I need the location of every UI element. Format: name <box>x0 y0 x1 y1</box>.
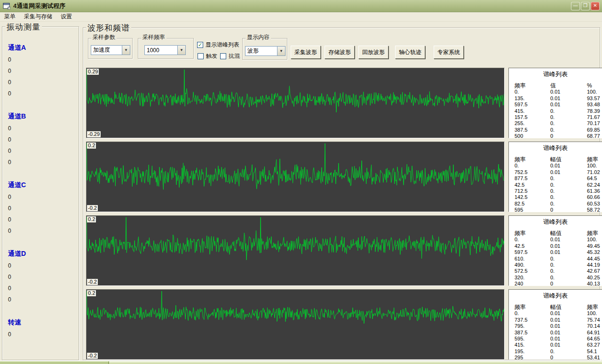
peak-cell: 595. <box>515 336 550 342</box>
peak-cell: 60.53 <box>587 201 602 207</box>
peak-cell: 0. <box>515 163 550 169</box>
close-button[interactable]: ✕ <box>591 2 600 10</box>
peak-row: 82.50.60.53 <box>509 201 602 207</box>
peak-row: 240040.13 <box>509 281 602 286</box>
antialias-checkbox[interactable]: 抗混 <box>220 52 240 60</box>
peak-row: 572.50.42.67 <box>509 268 602 274</box>
peak-row: 737.50.0175.74 <box>509 317 602 323</box>
taskbar-start-segment[interactable] <box>0 361 109 364</box>
y-min-label: -0.2 <box>87 353 98 359</box>
sample-param-select[interactable]: 加速度 ▼ <box>91 45 130 55</box>
peak-cell: 0. <box>550 194 587 200</box>
peak-cell: 0. <box>550 175 587 182</box>
peak-cell: 54.1 <box>587 348 602 355</box>
tool-button-5[interactable]: 专家系统 <box>434 46 464 59</box>
vibration-measure-group: 振动测量 通道A 0000 通道B 0000 通道C 0000 通道D 0000… <box>2 26 79 360</box>
channel-block: 通道B 0000 <box>8 112 79 168</box>
trigger-checkbox[interactable]: 触发 <box>198 52 217 60</box>
channel-label: 通道A <box>8 44 79 52</box>
tool-button-3[interactable]: 回放波形 <box>358 46 388 59</box>
peak-row: 157.50.71.67 <box>509 114 602 120</box>
checkbox-check-icon[interactable]: ✓ <box>197 42 203 48</box>
peak-col-header: 频率 <box>515 304 550 310</box>
peak-list-rows: 0.0.01100.135.0.0193.57597.50.0193.48415… <box>509 89 602 138</box>
peak-cell: 415. <box>515 342 550 348</box>
peak-cell: 0. <box>550 114 587 120</box>
chevron-down-icon[interactable]: ▼ <box>277 47 285 55</box>
trigger-label: 触发 <box>206 52 217 60</box>
peak-cell: 0.01 <box>550 89 587 95</box>
peak-cell: 572.5 <box>515 268 550 274</box>
peak-cell: 42.5 <box>515 182 550 188</box>
peak-row: 42.50.62.24 <box>509 182 602 188</box>
peak-row: 387.50.69.85 <box>509 127 602 133</box>
minimize-button[interactable]: — <box>571 2 580 10</box>
menu-item[interactable]: 菜单 <box>0 12 20 22</box>
peak-cell: 712.5 <box>515 188 550 194</box>
peak-cell: 0.01 <box>550 336 587 342</box>
peak-cell: 490. <box>515 262 550 268</box>
peak-cell: 500 <box>515 133 550 138</box>
channel-value: 0 <box>8 271 79 283</box>
checkbox-empty-icon[interactable] <box>198 53 204 59</box>
channel-block: 通道C 0000 <box>8 181 79 237</box>
restore-button[interactable]: ❐ <box>581 2 590 10</box>
peak-cell: 795. <box>515 323 550 329</box>
peak-col-header: 频率 <box>587 304 602 310</box>
peak-cell: 0.01 <box>550 330 587 336</box>
tool-button-2[interactable]: 存储波形 <box>325 46 355 59</box>
channel-label: 通道B <box>8 112 79 121</box>
show-peaks-checkbox[interactable]: ✓ 显示谱峰列表 <box>197 41 239 49</box>
peak-cell: 61.36 <box>587 188 602 194</box>
y-min-label: -0.29 <box>87 131 101 137</box>
menu-bar: 菜单采集与存储设置 <box>0 12 602 22</box>
peak-row: 595.0.0164.65 <box>509 336 602 342</box>
channel-block: 转速 0 <box>8 318 79 340</box>
peak-row: 0.0.01100. <box>509 163 602 169</box>
checkbox-empty-icon[interactable] <box>220 53 226 59</box>
peak-cell: 40.25 <box>587 275 602 281</box>
peak-cell: 610. <box>515 256 550 262</box>
waveform-plot: 0.2 -0.2 <box>86 142 505 212</box>
y-min-label: -0.2 <box>87 205 98 211</box>
peak-cell: 100. <box>587 237 602 243</box>
peak-cell: 49.45 <box>587 243 602 249</box>
channel-value: 0 <box>8 203 79 214</box>
channel-label: 通道D <box>8 250 79 258</box>
peak-cell: 877.5 <box>515 175 550 182</box>
display-content-select[interactable]: 波形 ▼ <box>245 46 285 56</box>
peak-col-header: 值 <box>550 83 587 89</box>
peak-list-headers: 频率值% <box>509 83 602 89</box>
menu-item[interactable]: 设置 <box>56 12 76 22</box>
y-max-label: 0.29 <box>87 69 99 75</box>
peak-row: 0.0.01100. <box>509 310 602 317</box>
chart-row: 0.2 -0.2 谱峰列表 频率幅值频率 0.0.01100.42.50.014… <box>86 215 602 286</box>
peak-cell: 0. <box>550 108 587 114</box>
tool-button-1[interactable]: 采集波形 <box>291 46 321 59</box>
peak-cell: 0.01 <box>550 310 587 317</box>
peak-row: 795.0.0170.14 <box>509 323 602 329</box>
chevron-down-icon[interactable]: ▼ <box>122 46 130 55</box>
peak-cell: 70.14 <box>587 323 602 329</box>
display-content-value: 波形 <box>246 47 277 55</box>
peak-cell: 0. <box>550 348 587 355</box>
tool-button-4[interactable]: 轴心轨迹 <box>395 46 425 59</box>
channel-value: 0 <box>8 225 79 237</box>
peak-cell: 0. <box>550 182 587 188</box>
peak-cell: 0. <box>515 237 550 243</box>
taskbar-strip[interactable] <box>0 361 602 364</box>
peak-cell: 82.5 <box>515 201 550 207</box>
peak-cell: 157.5 <box>515 114 550 120</box>
sample-rate-select[interactable]: 1000 ▼ <box>144 45 186 55</box>
peak-cell: 0.01 <box>550 243 587 249</box>
peak-cell: 0.01 <box>550 317 587 323</box>
peak-col-header: 频率 <box>587 157 602 163</box>
peak-cell: 64.91 <box>587 330 602 336</box>
peak-cell: 387.5 <box>515 127 550 133</box>
peak-cell: 0. <box>515 310 550 317</box>
peak-col-header: 频率 <box>515 157 550 163</box>
peak-row: 712.50.61.36 <box>509 188 602 194</box>
chevron-down-icon[interactable]: ▼ <box>177 46 185 55</box>
menu-item[interactable]: 采集与存储 <box>20 12 56 22</box>
peak-cell: 595 <box>515 207 550 212</box>
